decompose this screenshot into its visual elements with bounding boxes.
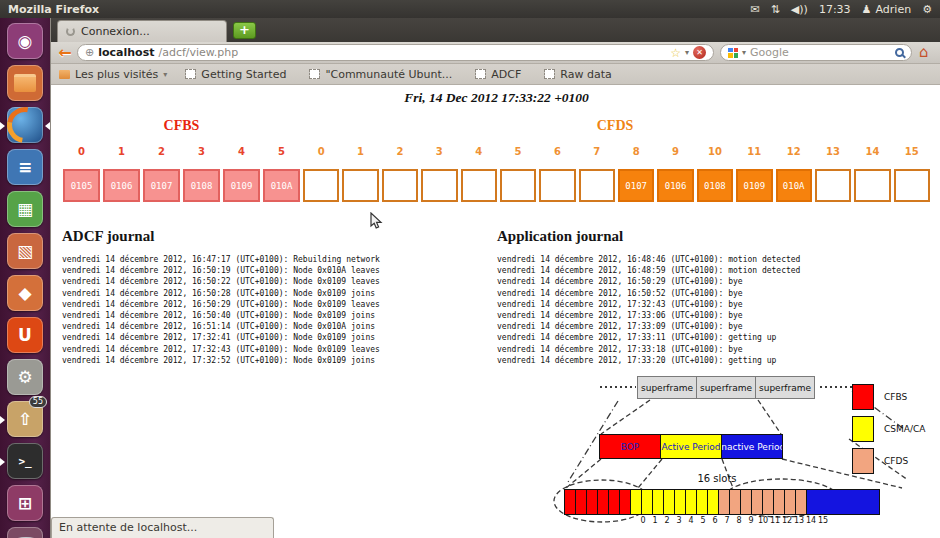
- log-line: vendredi 14 décembre 2012, 16:50:29 (UTC…: [62, 299, 494, 310]
- bookmark-icon: [309, 69, 320, 79]
- launcher-item[interactable]: ▧: [0, 233, 50, 275]
- slot-strip-number: 4: [685, 516, 697, 525]
- slot-box: [539, 169, 575, 202]
- slot-strip-number: 5: [697, 516, 709, 525]
- log-line: vendredi 14 décembre 2012, 17:32:43 (UTC…: [62, 344, 494, 355]
- bookmark-item[interactable]: "Communauté Ubunt...: [309, 68, 457, 81]
- user-menu[interactable]: ♟ Adrien: [862, 3, 912, 16]
- launcher-icon: ▧: [7, 233, 43, 269]
- slot-number: 15: [894, 146, 930, 157]
- slot-box: [854, 169, 890, 202]
- navigation-bar: ← ⊕ localhost /adcf/view.php ☆ ▾ ✕ ▾ Goo…: [51, 42, 940, 64]
- network-icon[interactable]: ⇅: [771, 3, 780, 16]
- slot-strip-number: 9: [745, 516, 757, 525]
- slot-strip-cell: [762, 489, 774, 515]
- launcher-icon: [7, 527, 43, 538]
- url-bar[interactable]: ⊕ localhost /adcf/view.php ☆ ▾ ✕: [77, 44, 714, 61]
- mail-icon[interactable]: ✉: [750, 3, 759, 16]
- bookmark-star-icon[interactable]: ☆: [670, 46, 681, 60]
- slot-number: 7: [579, 146, 615, 157]
- period-segment: Active Period: [660, 434, 722, 459]
- bookmark-item[interactable]: Getting Started: [185, 68, 291, 81]
- period-segment: Inactive Period: [721, 434, 783, 459]
- launcher-item[interactable]: ◆: [0, 275, 50, 317]
- log-line: vendredi 14 décembre 2012, 16:48:59 (UTC…: [497, 265, 929, 276]
- log-line: vendredi 14 décembre 2012, 17:32:52 (UTC…: [62, 355, 494, 366]
- tab-connexion[interactable]: Connexion...: [57, 20, 227, 42]
- slot-number: 8: [618, 146, 654, 157]
- slot-strip-cell: [619, 489, 631, 515]
- launcher-item[interactable]: [0, 107, 50, 149]
- slot-strip-number: 0: [637, 516, 649, 525]
- superframe-box: superframe: [637, 376, 697, 399]
- launcher-item[interactable]: ▦: [0, 191, 50, 233]
- legend-row: CSMA/CA: [852, 416, 925, 442]
- log-line: vendredi 14 décembre 2012, 17:33:18 (UTC…: [497, 344, 929, 355]
- bookmark-item[interactable]: ADCF: [475, 68, 526, 81]
- google-search-engine-icon[interactable]: [728, 48, 738, 58]
- launcher-item[interactable]: U: [0, 317, 50, 359]
- launcher-item[interactable]: ◉: [0, 23, 50, 65]
- slot-strip-number: 3: [673, 516, 685, 525]
- launcher-item[interactable]: ⚙: [0, 359, 50, 401]
- cfds-label: CFDS: [300, 118, 930, 146]
- slot-strip-number: 6: [709, 516, 721, 525]
- search-bar[interactable]: ▾ Google: [720, 44, 912, 61]
- slot-strip-cell: [586, 489, 598, 515]
- stop-button[interactable]: ✕: [693, 46, 706, 59]
- new-tab-button[interactable]: +: [233, 22, 256, 39]
- slot-box: [815, 169, 851, 202]
- legend-swatch: [852, 416, 874, 442]
- launcher-icon: ▦: [7, 191, 43, 227]
- home-button[interactable]: ⌂: [919, 45, 929, 60]
- search-placeholder: Google: [750, 46, 789, 59]
- launcher-icon: U: [7, 317, 43, 353]
- cfds-slot: 9 0106: [657, 146, 693, 202]
- slot-strip-number: 11: [769, 516, 781, 525]
- launcher-item[interactable]: >_: [0, 443, 50, 485]
- volume-icon[interactable]: ◀)): [791, 3, 808, 16]
- slot-number: 4: [461, 146, 497, 157]
- session-gear-icon[interactable]: ⚙: [922, 3, 932, 16]
- url-dropdown-caret-icon[interactable]: ▾: [685, 48, 689, 57]
- slot-number: 14: [854, 146, 890, 157]
- bookmark-icon: [185, 69, 196, 79]
- clock[interactable]: 17:33: [819, 3, 851, 16]
- firefox-window: Connexion... + ← ⊕ localhost /adcf/view.…: [50, 18, 940, 538]
- search-icon[interactable]: [895, 48, 904, 57]
- slot-number: 11: [736, 146, 772, 157]
- slot-number: 6: [539, 146, 575, 157]
- slot-box: 0109: [223, 169, 260, 202]
- superframe-row: superframesuperframesuperframe: [638, 376, 815, 399]
- bookmark-item[interactable]: Les plus visités ▾: [59, 68, 167, 81]
- launcher-item[interactable]: [0, 65, 50, 107]
- cfds-slot: 8 0107: [618, 146, 654, 202]
- bookmark-icon: [59, 70, 70, 79]
- search-engine-caret-icon[interactable]: ▾: [742, 48, 746, 57]
- slot-strip-number: 15: [817, 516, 829, 525]
- site-identity-icon[interactable]: ⊕: [85, 46, 94, 59]
- legend-row: CFDS: [852, 448, 925, 474]
- slot-number: 2: [382, 146, 418, 157]
- launcher-icon: >_: [7, 443, 43, 479]
- bookmark-item[interactable]: Raw data: [544, 68, 616, 81]
- launcher-item[interactable]: ⇧ 55: [0, 401, 50, 443]
- slot-box: [303, 169, 339, 202]
- slot-strip-cell: [641, 489, 653, 515]
- cfds-slot: 15: [894, 146, 930, 202]
- cfds-slot: 2: [382, 146, 418, 202]
- back-button[interactable]: ←: [55, 45, 75, 61]
- slot-strip-cell: [652, 489, 664, 515]
- launcher-item[interactable]: ⊞: [0, 485, 50, 527]
- application-journal-title: Application journal: [497, 228, 929, 245]
- launcher-icon: [7, 107, 43, 143]
- slot-box: [500, 169, 536, 202]
- tab-loading-icon: [66, 27, 75, 36]
- log-line: vendredi 14 décembre 2012, 16:50:22 (UTC…: [62, 276, 494, 287]
- launcher-item[interactable]: ≡: [0, 149, 50, 191]
- mouse-cursor: [370, 212, 384, 230]
- log-line: vendredi 14 décembre 2012, 16:50:28 (UTC…: [62, 288, 494, 299]
- slot-strip-cell: [707, 489, 719, 515]
- slot-strip-cell: [564, 489, 576, 515]
- launcher-item[interactable]: [0, 527, 50, 538]
